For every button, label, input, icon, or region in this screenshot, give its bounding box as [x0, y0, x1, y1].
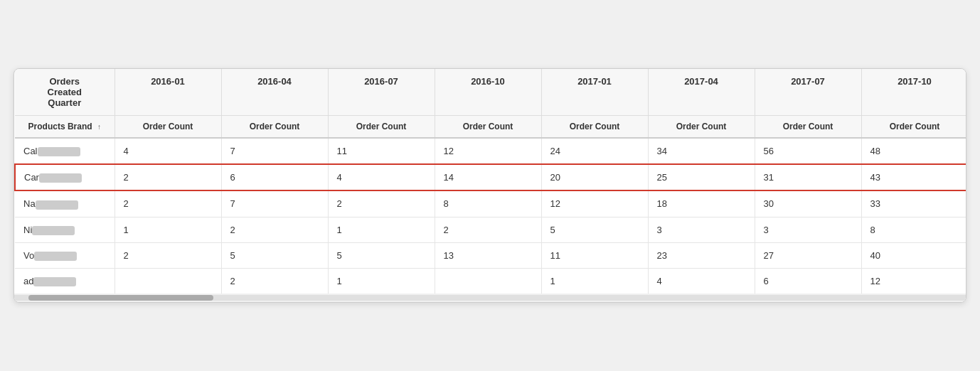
table-row[interactable]: Car2641420253143 — [15, 164, 966, 190]
value-cell: 12 — [861, 268, 966, 294]
value-cell: 2 — [114, 242, 221, 268]
header-2016-10: 2016-10 — [435, 69, 541, 116]
value-cell: 12 — [435, 138, 541, 164]
table-row[interactable]: Ni12125338 — [15, 217, 966, 242]
value-cell: 4 — [648, 268, 755, 294]
value-cell: 3 — [648, 217, 755, 242]
table-row[interactable]: Cal47111224345648 — [15, 138, 966, 164]
value-cell: 8 — [435, 190, 541, 217]
brand-label: ad — [23, 276, 33, 286]
value-cell: 1 — [328, 217, 435, 242]
value-cell: 3 — [755, 217, 861, 242]
value-cell: 31 — [755, 164, 861, 190]
value-cell: 12 — [541, 190, 648, 217]
value-cell: 2 — [221, 268, 328, 294]
table-body: Cal47111224345648Car2641420253143Na27281… — [15, 138, 966, 293]
value-cell: 27 — [755, 242, 861, 268]
value-cell: 7 — [221, 138, 328, 164]
value-cell: 24 — [541, 138, 648, 164]
header-2017-07: 2017-07 — [755, 69, 861, 116]
value-cell: 2 — [221, 217, 328, 242]
header-row-metrics: Products Brand ↑ Order Count Order Count… — [15, 116, 966, 139]
header-order-count-6: Order Count — [648, 116, 755, 139]
sort-icon: ↑ — [97, 123, 101, 131]
value-cell: 13 — [435, 242, 541, 268]
table-row[interactable]: Vo2551311232740 — [15, 242, 966, 268]
value-cell: 1 — [114, 217, 221, 242]
brand-cell: Ni — [15, 217, 114, 242]
brand-cell: Cal — [15, 138, 114, 164]
header-order-count-1: Order Count — [114, 116, 221, 139]
value-cell: 8 — [861, 217, 966, 242]
header-2016-01: 2016-01 — [114, 69, 221, 116]
brand-cell: Vo — [15, 242, 114, 268]
scrollbar-track — [14, 295, 966, 301]
value-cell: 56 — [755, 138, 861, 164]
value-cell: 11 — [328, 138, 435, 164]
data-table: Orders Created Quarter 2016-01 2016-04 2… — [14, 69, 966, 293]
header-order-count-7: Order Count — [755, 116, 861, 139]
value-cell — [114, 268, 221, 294]
brand-cell: Na — [15, 190, 114, 217]
value-cell: 5 — [541, 217, 648, 242]
value-cell: 2 — [328, 190, 435, 217]
value-cell: 1 — [328, 268, 435, 294]
header-orders-created-quarter: Orders Created Quarter — [15, 69, 114, 116]
brand-blurred — [38, 147, 80, 156]
value-cell: 25 — [648, 164, 755, 190]
value-cell: 40 — [861, 242, 966, 268]
value-cell: 30 — [755, 190, 861, 217]
value-cell: 4 — [328, 164, 435, 190]
brand-cell: Car — [15, 164, 114, 190]
value-cell: 4 — [114, 138, 221, 164]
value-cell: 6 — [755, 268, 861, 294]
value-cell: 2 — [435, 217, 541, 242]
value-cell: 18 — [648, 190, 755, 217]
value-cell: 48 — [861, 138, 966, 164]
value-cell: 34 — [648, 138, 755, 164]
table-row[interactable]: ad2114612 — [15, 268, 966, 294]
brand-label: Car — [24, 172, 39, 183]
scrollbar-thumb[interactable] — [28, 295, 213, 301]
header-2017-04: 2017-04 — [648, 69, 755, 116]
brand-blurred — [39, 173, 82, 183]
value-cell: 6 — [221, 164, 328, 190]
header-2017-01: 2017-01 — [541, 69, 648, 116]
value-cell: 33 — [861, 190, 966, 217]
value-cell: 2 — [114, 190, 221, 217]
header-order-count-5: Order Count — [541, 116, 648, 139]
value-cell: 11 — [541, 242, 648, 268]
table-row[interactable]: Na272812183033 — [15, 190, 966, 217]
brand-cell: ad — [15, 268, 114, 294]
brand-label: Vo — [23, 250, 34, 261]
header-order-count-4: Order Count — [435, 116, 541, 139]
header-products-brand[interactable]: Products Brand ↑ — [15, 116, 114, 139]
brand-blurred — [36, 200, 78, 210]
value-cell — [435, 268, 541, 294]
header-2016-07: 2016-07 — [328, 69, 435, 116]
header-order-count-8: Order Count — [861, 116, 966, 139]
header-2017-10: 2017-10 — [861, 69, 966, 116]
scrollbar-row[interactable] — [14, 294, 966, 302]
header-order-count-3: Order Count — [328, 116, 435, 139]
value-cell: 14 — [435, 164, 541, 190]
value-cell: 5 — [328, 242, 435, 268]
brand-blurred — [33, 277, 76, 286]
value-cell: 7 — [221, 190, 328, 217]
header-order-count-2: Order Count — [221, 116, 328, 139]
brand-label: Ni — [23, 225, 32, 235]
brand-label: Cal — [23, 146, 38, 156]
header-row-quarters: Orders Created Quarter 2016-01 2016-04 2… — [15, 69, 966, 116]
value-cell: 5 — [221, 242, 328, 268]
brand-label: Na — [23, 198, 36, 209]
value-cell: 1 — [541, 268, 648, 294]
value-cell: 20 — [541, 164, 648, 190]
brand-blurred — [32, 226, 75, 235]
value-cell: 2 — [114, 164, 221, 190]
table-container: Orders Created Quarter 2016-01 2016-04 2… — [14, 68, 966, 302]
header-2016-04: 2016-04 — [221, 69, 328, 116]
value-cell: 23 — [648, 242, 755, 268]
value-cell: 43 — [861, 164, 966, 190]
brand-blurred — [34, 252, 77, 261]
